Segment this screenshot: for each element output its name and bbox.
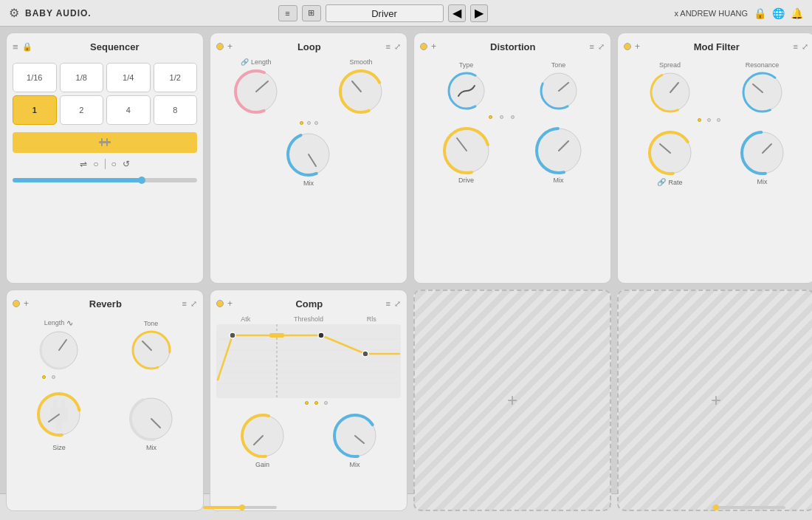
seq-cell-4[interactable]: 4 bbox=[106, 95, 151, 125]
main-content: ≡ 🔒 Sequencer 1/16 1/8 1/4 1/2 1 2 4 8 bbox=[0, 27, 812, 493]
loop-link-icon: 🔗 Length bbox=[241, 58, 271, 66]
mix-slider[interactable] bbox=[203, 506, 277, 509]
sequencer-bar[interactable] bbox=[13, 132, 197, 153]
reverb-size-knob[interactable] bbox=[34, 389, 84, 439]
mix-dot bbox=[239, 504, 245, 510]
comp-dot-3 bbox=[324, 401, 328, 405]
comp-plus-icon[interactable]: + bbox=[227, 298, 233, 309]
loop-menu-icon[interactable]: ≡ bbox=[386, 42, 390, 51]
loop-mix-label: Mix bbox=[303, 179, 314, 187]
dist-mix-knob[interactable] bbox=[533, 125, 585, 177]
seq-cell-12[interactable]: 1/2 bbox=[154, 63, 198, 92]
sequencer-slider[interactable] bbox=[13, 178, 197, 182]
dist-dot-2 bbox=[500, 115, 503, 119]
comp-header: + Comp ≡ ⤢ bbox=[216, 296, 401, 311]
reverb-menu-icon[interactable]: ≡ bbox=[182, 299, 187, 308]
lock-icon[interactable]: 🔒 bbox=[754, 7, 766, 19]
seq-cell-2[interactable]: 2 bbox=[60, 95, 104, 125]
reverb-mix-knob[interactable] bbox=[126, 394, 176, 444]
modf-spread-label: Spread bbox=[659, 61, 681, 69]
globe-icon[interactable]: 🌐 bbox=[772, 7, 785, 19]
grid-view-btn[interactable]: ⊞ bbox=[302, 5, 321, 21]
dist-menu-icon[interactable]: ≡ bbox=[590, 42, 594, 51]
reverb-size-label: Size bbox=[52, 444, 66, 451]
loop-length-knob[interactable] bbox=[231, 66, 281, 117]
comp-power-dot[interactable] bbox=[216, 300, 224, 307]
comp-expand-icon[interactable]: ⤢ bbox=[394, 299, 401, 309]
reverb-tone-knob[interactable] bbox=[129, 328, 173, 372]
empty-plus-2[interactable]: + bbox=[711, 390, 721, 411]
dist-tone-knob[interactable] bbox=[537, 69, 580, 112]
comp-mix-label: Mix bbox=[350, 461, 360, 468]
circle-icon[interactable]: ○ bbox=[93, 159, 98, 169]
modf-rate-knob[interactable] bbox=[645, 128, 695, 178]
modfilter-header: + Mod Filter ≡ ⤢ bbox=[624, 39, 808, 54]
loop-power-dot[interactable] bbox=[216, 43, 224, 50]
arrows-icon[interactable]: ⇌ bbox=[80, 159, 87, 169]
dist-drive-knob[interactable] bbox=[441, 125, 492, 177]
loop-smooth-knob[interactable] bbox=[336, 66, 386, 117]
loop-expand-icon[interactable]: ⤢ bbox=[394, 42, 401, 52]
modf-resonance-knob[interactable] bbox=[740, 69, 785, 115]
modf-expand-icon[interactable]: ⤢ bbox=[802, 42, 808, 52]
seq-cell-1[interactable]: 1 bbox=[13, 95, 57, 125]
comp-graph[interactable] bbox=[216, 324, 401, 398]
modf-spread-knob[interactable] bbox=[647, 69, 693, 115]
out-dot bbox=[713, 504, 719, 510]
list-view-btn[interactable]: ≡ bbox=[278, 5, 297, 21]
comp-atk-label: Atk bbox=[241, 315, 250, 323]
loop-dot-1 bbox=[300, 121, 303, 125]
user-name: x ANDREW HUANG bbox=[674, 9, 748, 18]
modf-link-icon: 🔗 bbox=[657, 178, 666, 186]
seq-cell-8[interactable]: 8 bbox=[154, 95, 198, 125]
preset-name: Driver bbox=[326, 4, 444, 22]
reverb-power-dot[interactable] bbox=[13, 300, 20, 307]
out-slider[interactable] bbox=[712, 506, 785, 509]
empty-slot-1[interactable]: + bbox=[413, 290, 611, 511]
svg-point-57 bbox=[318, 332, 324, 338]
svg-rect-0 bbox=[99, 141, 111, 143]
sequencer-menu-icon[interactable]: ≡ bbox=[13, 41, 18, 52]
bell-icon[interactable]: 🔔 bbox=[791, 7, 803, 19]
reverb-length-knob[interactable] bbox=[37, 328, 81, 372]
reverb-plus-icon[interactable]: + bbox=[24, 298, 29, 309]
dist-expand-icon[interactable]: ⤢ bbox=[598, 42, 605, 52]
seq-cell-18[interactable]: 1/8 bbox=[60, 63, 104, 92]
dist-type-knob[interactable] bbox=[445, 69, 488, 112]
modf-menu-icon[interactable]: ≡ bbox=[794, 42, 798, 51]
comp-menu-icon[interactable]: ≡ bbox=[386, 299, 390, 308]
loop-plus-icon[interactable]: + bbox=[227, 41, 233, 52]
prev-preset-btn[interactable]: ◀ bbox=[448, 4, 466, 22]
loop-dot-3 bbox=[314, 121, 318, 125]
empty-plus-1[interactable]: + bbox=[507, 390, 517, 411]
reverb-tone-label: Tone bbox=[144, 320, 159, 327]
modf-power-dot[interactable] bbox=[624, 43, 631, 50]
sequencer-lock-icon[interactable]: 🔒 bbox=[22, 42, 32, 52]
top-bar: ⚙ BABY AUDIO. ≡ ⊞ Driver ◀ ▶ x ANDREW HU… bbox=[0, 0, 812, 27]
dist-dot-1 bbox=[489, 115, 492, 119]
gear-icon[interactable]: ⚙ bbox=[9, 6, 19, 20]
sequencer-module: ≡ 🔒 Sequencer 1/16 1/8 1/4 1/2 1 2 4 8 bbox=[6, 32, 204, 284]
modf-res-label: Resonance bbox=[746, 61, 780, 69]
seq-cell-14[interactable]: 1/4 bbox=[106, 63, 151, 92]
reverb-expand-icon[interactable]: ⤢ bbox=[190, 299, 197, 309]
comp-gain-knob[interactable] bbox=[238, 411, 288, 461]
comp-mix-knob[interactable] bbox=[330, 411, 380, 461]
modf-mix-knob[interactable] bbox=[737, 128, 788, 178]
loop-title: Loop bbox=[233, 41, 386, 52]
comp-graph-svg bbox=[216, 324, 401, 398]
loop-dot-2 bbox=[307, 121, 311, 125]
circle2-icon[interactable]: ○ bbox=[111, 159, 117, 169]
dist-power-dot[interactable] bbox=[420, 43, 427, 50]
reverb-curve-icon: ∿ bbox=[66, 318, 73, 328]
seq-cell-116[interactable]: 1/16 bbox=[13, 63, 57, 92]
loop-module: + Loop ≡ ⤢ 🔗 Length bbox=[210, 32, 407, 284]
sequencer-grid: 1/16 1/8 1/4 1/2 1 2 4 8 bbox=[13, 63, 197, 125]
svg-rect-2 bbox=[106, 138, 108, 146]
refresh-icon[interactable]: ↺ bbox=[123, 159, 130, 169]
empty-slot-2[interactable]: + bbox=[617, 290, 812, 511]
dist-plus-icon[interactable]: + bbox=[431, 41, 436, 52]
next-preset-btn[interactable]: ▶ bbox=[470, 4, 488, 22]
loop-mix-knob[interactable] bbox=[283, 129, 334, 179]
modf-plus-icon[interactable]: + bbox=[635, 41, 640, 52]
